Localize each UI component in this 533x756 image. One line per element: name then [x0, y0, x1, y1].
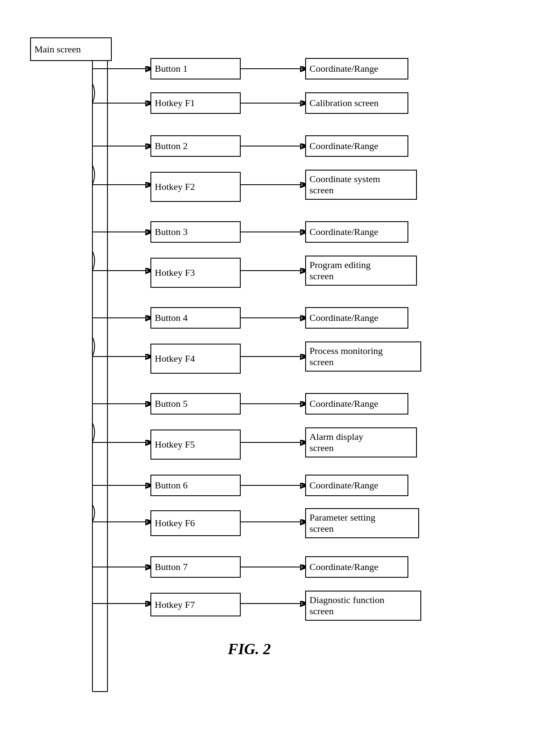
hotkey-f4-box: Hotkey F4 [150, 344, 241, 374]
r-hotkey-f3-box: Program editing screen [305, 256, 417, 286]
r-button3-box: Coordinate/Range [305, 221, 408, 243]
button1-box: Button 1 [150, 58, 241, 79]
button7-box: Button 7 [150, 556, 241, 578]
r-hotkey-f7-box: Diagnostic function screen [305, 591, 421, 621]
hotkey-f6-box: Hotkey F6 [150, 510, 241, 536]
button6-box: Button 6 [150, 475, 241, 496]
connector-lines [13, 13, 520, 735]
r-hotkey-f2-box: Coordinate system screen [305, 170, 417, 200]
r-button5-box: Coordinate/Range [305, 393, 408, 415]
r-button4-box: Coordinate/Range [305, 307, 408, 329]
hotkey-f2-box: Hotkey F2 [150, 172, 241, 202]
hotkey-f5-box: Hotkey F5 [150, 430, 241, 460]
r-button1-box: Coordinate/Range [305, 58, 408, 79]
r-button6-box: Coordinate/Range [305, 475, 408, 496]
r-hotkey-f1-box: Calibration screen [305, 92, 408, 114]
r-hotkey-f4-box: Process monitoring screen [305, 341, 421, 372]
diagram: Main screen Button 1 Coordinate/Range Ho… [13, 13, 520, 735]
r-button7-box: Coordinate/Range [305, 556, 408, 578]
figure-label: FIG. 2 [163, 640, 335, 658]
main-screen-box: Main screen [30, 37, 112, 61]
button2-box: Button 2 [150, 135, 241, 157]
hotkey-f3-box: Hotkey F3 [150, 258, 241, 288]
r-hotkey-f5-box: Alarm display screen [305, 427, 417, 457]
button5-box: Button 5 [150, 393, 241, 415]
hotkey-f7-box: Hotkey F7 [150, 593, 241, 616]
button4-box: Button 4 [150, 307, 241, 329]
button3-box: Button 3 [150, 221, 241, 243]
r-hotkey-f6-box: Parameter setting screen [305, 508, 419, 538]
hotkey-f1-box: Hotkey F1 [150, 92, 241, 114]
r-button2-box: Coordinate/Range [305, 135, 408, 157]
